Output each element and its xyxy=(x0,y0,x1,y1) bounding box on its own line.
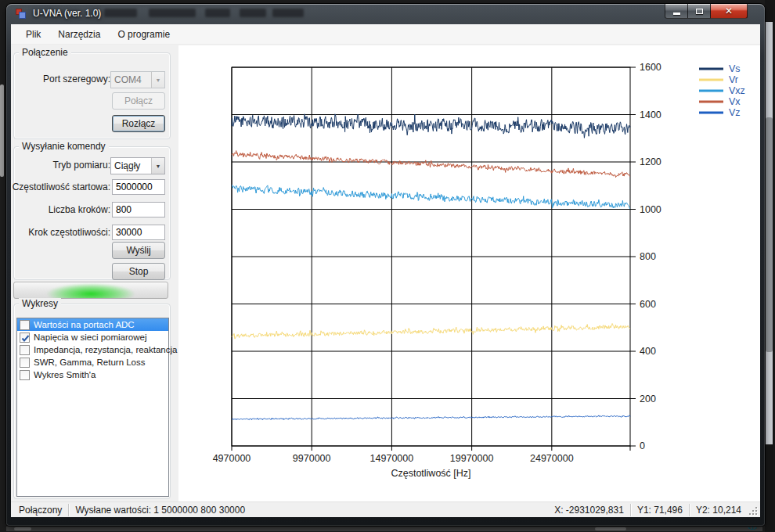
frequency-step-input[interactable] xyxy=(112,225,165,240)
menu-narzedzia[interactable]: Narzędzia xyxy=(49,26,109,43)
svg-text:1200: 1200 xyxy=(640,156,661,167)
svg-text:4970000: 4970000 xyxy=(213,453,251,464)
svg-text:Częstotliwość [Hz]: Częstotliwość [Hz] xyxy=(391,468,470,479)
chart-svg: 4970000997000014970000199700002497000002… xyxy=(178,45,760,501)
chevron-down-icon: ▼ xyxy=(151,158,164,174)
command-group-label: Wysyłanie komendy xyxy=(19,141,109,152)
svg-text:24970000: 24970000 xyxy=(530,453,574,464)
charts-group: Wykresy Wartości na portach ADC Napięcia… xyxy=(13,304,171,499)
maximize-icon xyxy=(696,9,703,14)
step-count-input[interactable] xyxy=(112,202,165,217)
list-item-label: Wykres Smith'a xyxy=(34,370,96,379)
app-icon xyxy=(16,8,28,20)
measure-mode-label: Tryb pomiaru: xyxy=(11,160,110,171)
cursor-y1-value: Y1: 71,496 xyxy=(637,505,683,516)
background-scrollbar-left xyxy=(0,84,4,177)
background-mark xyxy=(595,527,626,530)
menu-bar: Plik Narzędzia O programie xyxy=(11,24,760,45)
svg-text:600: 600 xyxy=(640,299,656,310)
menu-o-programie[interactable]: O programie xyxy=(109,26,178,43)
window-title: U-VNA (ver. 1.0) xyxy=(33,8,101,19)
measure-mode-value: Ciągły xyxy=(111,160,151,171)
connection-group: Połączenie Port szeregowy: COM4 ▼ Połącz… xyxy=(13,52,171,139)
statusbar-separator xyxy=(689,504,690,516)
chevron-down-icon: ▼ xyxy=(151,72,164,88)
cursor-y2-value: Y2: 10,214 xyxy=(696,505,741,516)
legend-label: Vxz xyxy=(729,85,745,96)
background-mark xyxy=(14,527,31,530)
svg-text:800: 800 xyxy=(640,251,656,262)
close-icon: ✕ xyxy=(725,6,733,16)
frequency-step-label: Krok częstotliwości: xyxy=(11,227,110,238)
svg-text:9970000: 9970000 xyxy=(293,453,331,464)
cursor-x-value: X: -2931029,831 xyxy=(554,505,624,516)
background-window-ghost-text xyxy=(104,9,137,17)
checkbox-icon[interactable] xyxy=(20,345,30,355)
sent-values-status: Wysłane wartości: 1 5000000 800 30000 xyxy=(75,505,245,516)
statusbar-separator xyxy=(68,504,69,516)
start-frequency-input[interactable] xyxy=(112,179,165,195)
checkbox-icon[interactable] xyxy=(20,358,30,368)
background-window-ghost-text xyxy=(240,9,266,17)
legend-label: Vr xyxy=(729,74,738,85)
list-item-adc-values[interactable]: Wartości na portach ADC xyxy=(17,318,168,331)
serial-port-label: Port szeregowy: xyxy=(11,74,110,84)
connection-status: Połączony xyxy=(19,505,62,516)
background-window-ghost-text xyxy=(272,9,304,17)
background-scrollbar-thumb xyxy=(766,117,773,352)
client-area: Plik Narzędzia O programie Połączenie Po… xyxy=(11,24,760,517)
background-window-ghost-text xyxy=(205,9,230,17)
list-item-smith-chart[interactable]: Wykres Smith'a xyxy=(17,368,168,381)
minimize-button[interactable] xyxy=(665,4,688,19)
legend-label: Vs xyxy=(729,63,741,74)
send-button[interactable]: Wyślij xyxy=(112,242,165,259)
svg-text:1400: 1400 xyxy=(640,110,661,120)
app-window: U-VNA (ver. 1.0) ✕ Plik Narzędzia O prog… xyxy=(6,4,765,526)
menu-plik[interactable]: Plik xyxy=(17,26,49,43)
svg-text:1000: 1000 xyxy=(640,204,661,215)
progress-marquee xyxy=(37,282,144,299)
charts-group-label: Wykresy xyxy=(19,298,61,309)
statusbar-separator xyxy=(630,504,631,516)
list-item-swr[interactable]: SWR, Gamma, Return Loss xyxy=(17,356,168,368)
checkbox-checked-icon[interactable] xyxy=(20,332,30,343)
start-frequency-label: Częstotliwość startowa: xyxy=(11,182,110,192)
legend-label: Vx xyxy=(729,96,741,107)
measure-mode-select[interactable]: Ciągły ▼ xyxy=(110,157,165,174)
step-count-label: Liczba kroków: xyxy=(11,204,110,215)
svg-text:400: 400 xyxy=(640,346,656,357)
status-bar: Połączony Wysłane wartości: 1 5000000 80… xyxy=(11,501,760,517)
list-item-label: SWR, Gamma, Return Loss xyxy=(34,358,146,367)
serial-port-value: COM4 xyxy=(111,74,151,85)
list-item-label: Napięcia w sieci pomiarowej xyxy=(34,332,146,342)
background-scrollbar-bottom xyxy=(6,527,762,531)
command-group: Wysyłanie komendy Tryb pomiaru: Ciągły ▼… xyxy=(13,146,171,280)
checkbox-icon[interactable] xyxy=(20,370,30,380)
progress-bar xyxy=(13,282,168,299)
connect-button[interactable]: Połącz xyxy=(112,92,165,110)
background-window-ghost-text xyxy=(149,9,196,17)
disconnect-button[interactable]: Rozłącz xyxy=(112,115,165,132)
list-item-impedance[interactable]: Impedancja, rezystancja, reaktancja xyxy=(17,343,168,356)
svg-text:19970000: 19970000 xyxy=(450,453,494,464)
minimize-icon xyxy=(673,13,680,15)
title-bar[interactable]: U-VNA (ver. 1.0) ✕ xyxy=(6,4,765,24)
svg-text:14970000: 14970000 xyxy=(370,453,414,464)
connection-group-label: Połączenie xyxy=(19,47,71,58)
stop-button[interactable]: Stop xyxy=(112,263,165,280)
close-button[interactable]: ✕ xyxy=(711,4,748,19)
resize-grip[interactable] xyxy=(748,505,757,515)
list-item-network-voltages[interactable]: Napięcia w sieci pomiarowej xyxy=(17,331,168,343)
maximize-button[interactable] xyxy=(688,4,711,19)
chart-plot-area[interactable]: 4970000997000014970000199700002497000002… xyxy=(178,45,760,501)
svg-text:200: 200 xyxy=(640,394,656,404)
svg-text:1600: 1600 xyxy=(640,62,661,73)
list-item-label: Wartości na portach ADC xyxy=(34,320,135,329)
serial-port-select[interactable]: COM4 ▼ xyxy=(110,71,165,88)
svg-text:0: 0 xyxy=(640,440,645,451)
legend-label: Vz xyxy=(729,107,741,118)
charts-listbox: Wartości na portach ADC Napięcia w sieci… xyxy=(16,318,169,497)
list-item-label: Impedancja, rezystancja, reaktancja xyxy=(34,345,177,354)
checkbox-icon[interactable] xyxy=(20,320,30,330)
